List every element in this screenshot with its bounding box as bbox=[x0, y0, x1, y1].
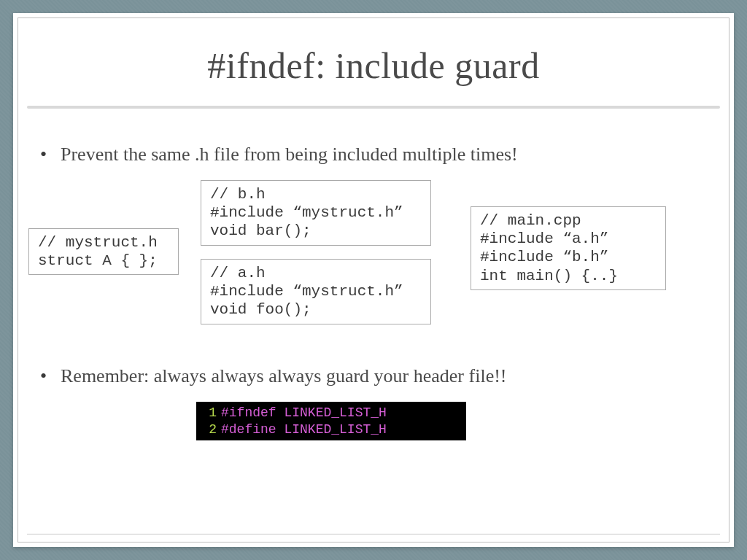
footer-divider bbox=[27, 534, 720, 534]
code-box-mystruct: // mystruct.h struct A { }; bbox=[28, 228, 179, 275]
terminal-line-1: 1 #ifndef LINKED_LIST_H bbox=[204, 405, 459, 421]
code-box-main: // main.cpp #include “a.h” #include “b.h… bbox=[471, 206, 666, 290]
bullet-remember: Remember: always always always guard you… bbox=[61, 365, 700, 387]
terminal-line-2: 2 #define LINKED_LIST_H bbox=[204, 421, 459, 438]
code-examples-row: // mystruct.h struct A { }; // b.h #incl… bbox=[61, 180, 700, 341]
terminal-snippet: 1 #ifndef LINKED_LIST_H 2 #define LINKED… bbox=[196, 402, 466, 440]
preproc-keyword: #define bbox=[221, 421, 276, 438]
line-number: 1 bbox=[204, 405, 217, 421]
slide-title: #ifndef: include guard bbox=[18, 44, 729, 87]
macro-identifier: LINKED_LIST_H bbox=[284, 405, 386, 421]
slide-outer-frame: #ifndef: include guard Prevent the same … bbox=[13, 13, 734, 547]
code-box-ah: // a.h #include “mystruct.h” void foo(); bbox=[201, 259, 431, 324]
content-area: Prevent the same .h file from being incl… bbox=[18, 109, 729, 440]
line-number: 2 bbox=[204, 421, 217, 438]
title-block: #ifndef: include guard bbox=[18, 18, 729, 106]
preproc-keyword: #ifndef bbox=[221, 405, 276, 421]
slide-inner-frame: #ifndef: include guard Prevent the same … bbox=[18, 18, 729, 542]
code-box-bh: // b.h #include “mystruct.h” void bar(); bbox=[201, 180, 431, 246]
bullet-prevent: Prevent the same .h file from being incl… bbox=[61, 144, 700, 166]
macro-identifier: LINKED_LIST_H bbox=[284, 421, 386, 438]
